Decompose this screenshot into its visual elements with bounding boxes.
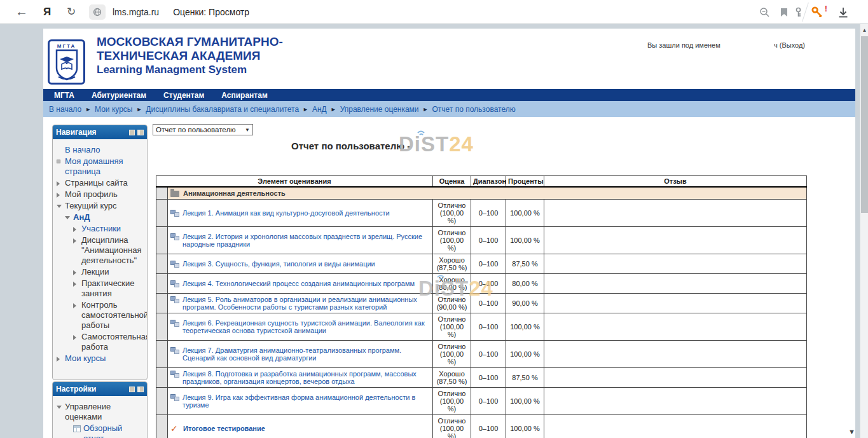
mgta-logo: МГТА [48, 39, 85, 85]
range-cell: 0–100 [471, 254, 506, 274]
item-link[interactable]: Лекция 8. Подготовка и разработка анимац… [183, 370, 430, 385]
grade-cell: Отлично(100,00 %) [433, 313, 471, 341]
back-button[interactable]: ← [13, 4, 31, 19]
navigation-item[interactable]: Лекции [57, 267, 144, 277]
select-dropdown-arrow: ▼ [245, 127, 250, 133]
navigation-item[interactable]: Участники [57, 224, 144, 234]
grade-word: Отлично [436, 296, 468, 303]
yandex-browser-icon[interactable]: Я [38, 6, 56, 18]
bookmark-icon[interactable] [780, 8, 788, 17]
breadcrumb-separator-icon: ► [423, 106, 429, 113]
navigation-item[interactable]: В начало [57, 145, 144, 155]
nav-item-абитуриентам[interactable]: Абитуриентам [92, 91, 146, 100]
range-cell: 0–100 [471, 227, 506, 254]
grade-percent: (100,00 %) [436, 209, 468, 224]
table-header-row: Элемент оценивания Оценка Диапазон Проце… [156, 176, 807, 188]
item-link[interactable]: Лекция 4. Технологический процесс создан… [183, 280, 415, 287]
settings-item[interactable]: Управление оценками [57, 402, 144, 422]
breadcrumb-link[interactable]: Дисциплины бакалавриата и специалитета [146, 105, 299, 114]
scrollbar-thumb[interactable] [861, 36, 868, 213]
breadcrumb-link[interactable]: АнД [312, 105, 327, 114]
grade-item-row: Лекция 9. Игра как эффективная форма ани… [156, 388, 807, 415]
range-cell: 0–100 [471, 341, 506, 368]
item-link[interactable]: Лекция 9. Игра как эффективная форма ани… [183, 394, 430, 409]
collapse-block-icon[interactable] [129, 130, 135, 135]
category-row: Анимационная деятельность [156, 187, 807, 200]
breadcrumb-link[interactable]: В начало [49, 105, 81, 114]
navigation-item[interactable]: Страницы сайта [57, 178, 144, 188]
lesson-module-icon [170, 209, 179, 217]
indent-cell [156, 254, 168, 274]
square-bullet-icon [57, 160, 60, 163]
item-name-inner: ✓Итоговое тестирование [170, 425, 430, 432]
item-link[interactable]: Лекция 6. Рекреационная сущность туристс… [183, 319, 430, 334]
grade-item-row: Лекция 4. Технологический процесс создан… [156, 274, 807, 294]
collapse-block-icon[interactable] [129, 387, 135, 392]
item-link[interactable]: Лекция 3. Сущность, функция, типология и… [183, 260, 375, 268]
feedback-cell [544, 341, 807, 368]
range-cell: 0–100 [471, 388, 506, 415]
password-key-icon[interactable] [794, 7, 803, 18]
site-icon[interactable] [89, 4, 106, 20]
item-name-inner: Лекция 5. Роль аниматоров в организации … [170, 296, 430, 311]
settings-block: Настройки Управление оценкамиОбзорный от… [52, 381, 148, 438]
item-link[interactable]: Лекция 2. История и хронология массовых … [183, 233, 430, 248]
nav-item-студентам[interactable]: Студентам [163, 91, 204, 100]
report-type-select[interactable]: Отчет по пользователю ▼ [153, 124, 253, 135]
chevron-collapsed-icon [73, 270, 81, 275]
dock-block-icon[interactable] [137, 130, 144, 135]
percent-cell: 100,00 % [506, 341, 544, 368]
item-name-cell: Лекция 9. Игра как эффективная форма ани… [168, 388, 433, 415]
navigation-item[interactable]: Практические занятия [57, 278, 144, 299]
chevron-collapsed-icon [73, 227, 81, 232]
col-header-range: Диапазон [471, 176, 506, 188]
item-link[interactable]: Лекция 5. Роль аниматоров в организации … [183, 296, 430, 311]
item-link[interactable]: Лекция 7. Драматургия анимационно-театра… [183, 346, 430, 362]
globe-icon [93, 8, 102, 17]
settings-item-label: Обзорный отчет [83, 423, 144, 438]
scroll-up-button[interactable]: ▲ [860, 26, 868, 35]
breadcrumb-link[interactable]: Отчет по пользователю [432, 105, 516, 114]
navigation-item[interactable]: Текущий курс [57, 201, 144, 211]
navigation-item-label: Дисциплина "Анимационная деятельность" [81, 235, 144, 266]
triangle-right-icon [73, 227, 76, 232]
navigation-item[interactable]: АнД [57, 212, 144, 222]
nav-item-аспирантам[interactable]: Аспирантам [221, 91, 268, 100]
col-header-percent: Проценты [506, 176, 544, 188]
browser-toolbar: ← Я ↻ lms.mgta.ru Оценки: Просмотр [0, 0, 868, 24]
logout-link[interactable]: ч (Выход) [774, 41, 805, 49]
navigation-item[interactable]: Дисциплина "Анимационная деятельность" [57, 235, 144, 266]
item-link[interactable]: Лекция 1. Анимация как вид культурно-дос… [183, 209, 390, 217]
nav-item-мгта[interactable]: МГТА [54, 91, 74, 100]
navigation-item[interactable]: Контроль самостоятельной работы [57, 300, 144, 331]
folder-icon [170, 191, 179, 197]
col-header-item: Элемент оценивания [156, 176, 433, 188]
logo-text: МГТА [57, 43, 76, 49]
protect-key-icon[interactable]: ! [811, 6, 823, 21]
address-bar-url[interactable]: lms.mgta.ru [113, 7, 159, 17]
breadcrumb-link[interactable]: Мои курсы [95, 105, 132, 114]
zoom-search-icon[interactable] [759, 7, 770, 18]
breadcrumb-separator-icon: ► [331, 106, 336, 113]
settings-item[interactable]: Обзорный отчет [57, 423, 144, 438]
page-scrollbar[interactable]: ▲ [860, 24, 868, 438]
feedback-cell [544, 313, 807, 341]
indent-cell [156, 313, 168, 341]
navigation-item[interactable]: Мой профиль [57, 189, 144, 200]
dock-block-icon[interactable] [137, 387, 144, 392]
navigation-item[interactable]: Самостоятельная работа [57, 332, 144, 352]
scroll-down-arrow[interactable]: ▼ [848, 428, 855, 435]
login-info: Вы зашли под именем ч (Выход) [647, 41, 851, 49]
navigation-item[interactable]: Моя домашняя страница [57, 156, 144, 177]
grade-word: Отлично [436, 315, 468, 323]
chevron-collapsed-icon [73, 335, 81, 340]
refresh-button[interactable]: ↻ [62, 5, 80, 18]
item-name-inner: Лекция 8. Подготовка и разработка анимац… [170, 370, 430, 385]
breadcrumb-link[interactable]: Управление оценками [340, 105, 419, 114]
navigation-item[interactable]: Мои курсы [57, 353, 144, 364]
report-table-icon [73, 425, 81, 432]
page-tab-title: Оценки: Просмотр [173, 7, 249, 17]
item-link[interactable]: Итоговое тестирование [183, 425, 265, 432]
download-icon[interactable] [837, 7, 849, 18]
grade-word: Отлично [436, 417, 468, 425]
